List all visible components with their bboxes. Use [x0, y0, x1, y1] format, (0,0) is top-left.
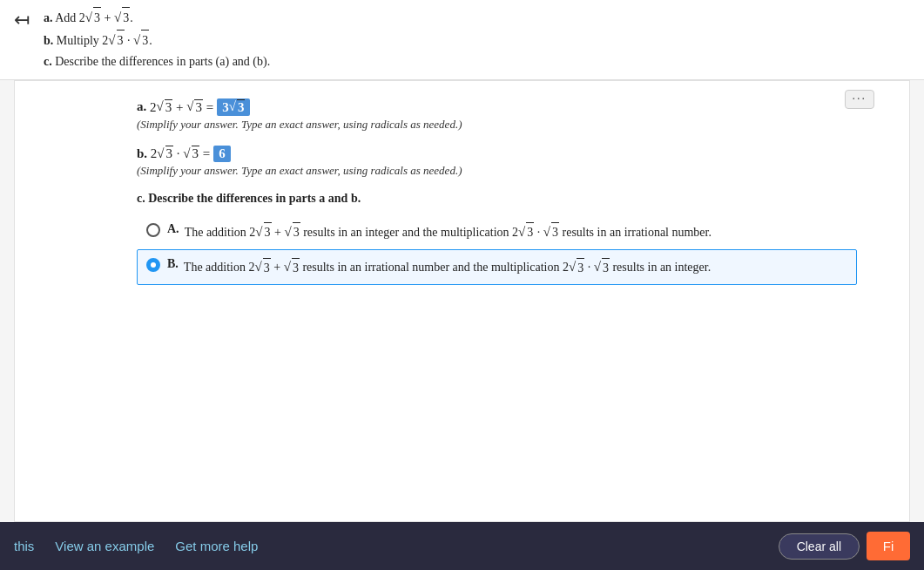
- part-a-label: a.: [137, 99, 150, 114]
- answer-part-c: c. Describe the differences in parts a a…: [137, 192, 857, 285]
- question-text: a. Add 2√3 + √3. b. Multiply 2√3 · √3. c…: [44, 7, 270, 72]
- option-a-letter: A.: [167, 222, 179, 236]
- option-a[interactable]: A. The addition 2√3 + √3 results in an i…: [137, 214, 857, 250]
- option-b[interactable]: B. The addition 2√3 + √3 results in an i…: [137, 249, 857, 285]
- back-button[interactable]: ↤: [14, 9, 30, 31]
- option-b-text: The addition 2√3 + √3 results in an irra…: [184, 257, 711, 277]
- part-c-label: c. Describe the differences in parts a a…: [137, 192, 857, 206]
- simplify-note-a: (Simplify your answer. Type an exact ans…: [137, 118, 857, 132]
- part-b-equation: 2√3 · √3 =: [151, 146, 210, 161]
- option-a-text: The addition 2√3 + √3 results in an inte…: [185, 222, 712, 242]
- view-example-link[interactable]: View an example: [55, 539, 154, 553]
- option-b-letter: B.: [167, 257, 179, 271]
- content-area: ··· a. 2√3 + √3 = 3√3 (Simplify your ans…: [14, 80, 910, 522]
- simplify-note-b: (Simplify your answer. Type an exact ans…: [137, 164, 857, 178]
- answer-part-b: b. 2√3 · √3 = 6 (Simplify your answer. T…: [137, 146, 857, 178]
- answer-part-a: a. 2√3 + √3 = 3√3 (Simplify your answer.…: [137, 98, 857, 132]
- answer-a-value: 3√3: [217, 98, 250, 116]
- question-part-c: c. Describe the differences in parts (a)…: [44, 51, 270, 72]
- answer-line-a: a. 2√3 + √3 = 3√3: [137, 98, 857, 116]
- question-part-a: a. Add 2√3 + √3.: [44, 7, 270, 30]
- radio-a[interactable]: [146, 223, 160, 237]
- this-link[interactable]: this: [14, 539, 34, 553]
- clear-all-button[interactable]: Clear all: [779, 533, 860, 560]
- more-options-button[interactable]: ···: [845, 90, 875, 109]
- question-part-b: b. Multiply 2√3 · √3.: [44, 30, 270, 52]
- answer-b-value: 6: [213, 146, 231, 162]
- radio-b[interactable]: [146, 258, 160, 272]
- top-bar: ↤ a. Add 2√3 + √3. b. Multiply 2√3 · √3.…: [0, 0, 924, 80]
- bottom-right-actions: Clear all Fi: [779, 532, 910, 560]
- part-a-equation: 2√3 + √3 =: [150, 99, 213, 115]
- get-more-help-link[interactable]: Get more help: [175, 539, 258, 553]
- answer-line-b: b. 2√3 · √3 = 6: [137, 146, 857, 162]
- bottom-bar: this View an example Get more help Clear…: [0, 522, 924, 570]
- part-b-label: b.: [137, 146, 151, 161]
- finish-button[interactable]: Fi: [867, 532, 910, 560]
